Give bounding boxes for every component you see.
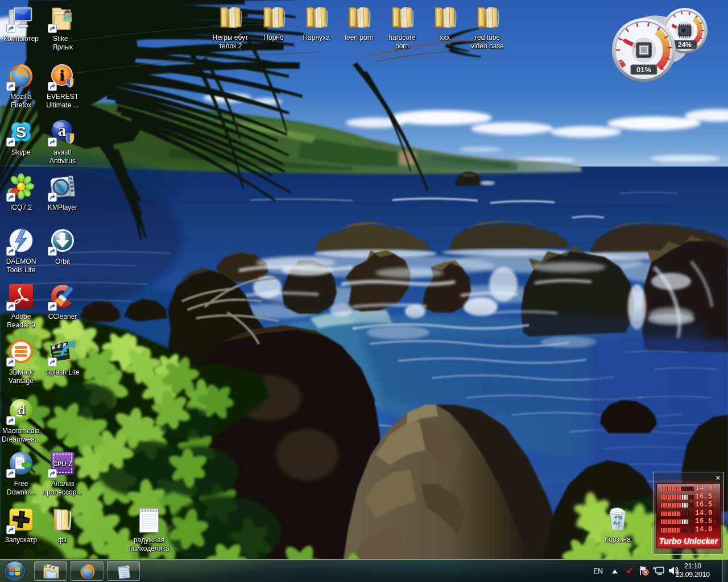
svg-text:a: a bbox=[58, 120, 67, 139]
svg-text:01%: 01% bbox=[636, 65, 651, 74]
svg-text:24%: 24% bbox=[678, 41, 692, 49]
svg-text:S: S bbox=[16, 123, 27, 141]
svg-text:CPU·Z: CPU·Z bbox=[53, 460, 72, 467]
svg-text:i: i bbox=[60, 67, 64, 84]
